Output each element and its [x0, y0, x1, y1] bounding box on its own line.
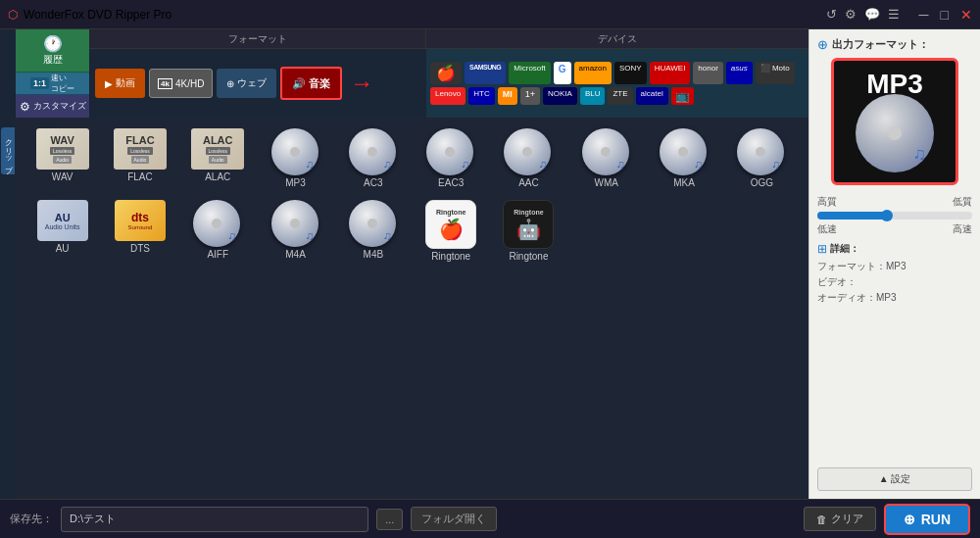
device-alcatel[interactable]: alcatel	[636, 87, 668, 105]
au-icon: AU Audio Units	[37, 200, 88, 241]
format-item-au[interactable]: AU Audio Units AU	[25, 197, 99, 265]
trash-icon: 🗑	[816, 514, 827, 525]
speed-copy-button[interactable]: 1:1 速いコピー	[16, 73, 89, 95]
format-item-m4b[interactable]: ♫ M4B	[336, 197, 410, 265]
format-item-dts[interactable]: dts Surround DTS	[103, 197, 176, 265]
customize-button[interactable]: ⚙ カスタマイズ	[16, 95, 89, 118]
ringtone-android-icon: Ringtone 🤖	[503, 200, 554, 249]
format-item-mka[interactable]: ♫ MKA	[647, 125, 720, 191]
device-samsung[interactable]: SAMSUNG	[465, 62, 506, 84]
format-device-area: フォーマット デバイス ▶ 動画	[89, 29, 808, 118]
format-item-alac[interactable]: ALAC Lossless Audio ALAC	[181, 125, 255, 191]
minimize-button[interactable]: ─	[919, 7, 929, 23]
open-folder-button[interactable]: フォルダ開く	[411, 507, 497, 531]
format-item-ringtone-android[interactable]: Ringtone 🤖 Ringtone	[492, 197, 565, 265]
save-path-input[interactable]	[61, 507, 368, 532]
path-dots-button[interactable]: ...	[376, 509, 403, 530]
video-icon: ▶	[105, 78, 113, 89]
device-huawei[interactable]: HUAWEI	[650, 62, 691, 84]
format-item-m4a[interactable]: ♫ M4A	[259, 197, 332, 265]
format-item-aiff[interactable]: ♫ AIFF	[181, 197, 255, 265]
format-item-mp3[interactable]: ♫ MP3	[259, 125, 332, 191]
device-logos: 🍎 SAMSUNG Microsoft G amazon SONY HUAWEI…	[426, 49, 808, 118]
device-microsoft[interactable]: Microsoft	[509, 62, 550, 84]
format-item-ac3[interactable]: ♫ AC3	[336, 125, 410, 191]
wma-icon: ♫	[582, 128, 631, 177]
tabs-devices-row: ▶ 動画 4k 4K/HD ⊕ ウェブ	[89, 49, 808, 118]
alac-icon: ALAC Lossless Audio	[191, 128, 244, 170]
detail-format: フォーマット：MP3	[817, 260, 972, 273]
run-play-icon: ⊕	[904, 512, 915, 527]
device-apple[interactable]: 🍎	[430, 62, 462, 84]
top-nav: 🕐 履歴 1:1 速いコピー ⚙ カスタマイズ フォーマット	[16, 29, 808, 118]
m4a-icon: ♫	[271, 200, 320, 249]
hd-badge: 4k	[158, 78, 172, 89]
tab-video[interactable]: ▶ 動画	[95, 69, 145, 98]
details-icon: ⊞	[817, 242, 827, 256]
detail-audio: オーディオ：MP3	[817, 291, 972, 305]
gear-icon[interactable]: ⚙	[845, 7, 857, 22]
aiff-icon: ♫	[193, 200, 242, 249]
music-icon: 🔊	[292, 77, 306, 90]
format-item-wav[interactable]: WAV Lossless Audio WAV	[25, 125, 99, 191]
device-asus[interactable]: asus	[726, 62, 753, 84]
device-blu[interactable]: BLU	[580, 87, 606, 105]
device-sony[interactable]: SONY	[614, 62, 647, 84]
device-google[interactable]: G	[554, 62, 571, 84]
dts-icon: dts Surround	[115, 200, 166, 241]
format-item-eac3[interactable]: ♫ EAC3	[415, 125, 488, 191]
refresh-icon[interactable]: ↺	[826, 7, 837, 22]
speed-labels: 低速 高速	[817, 222, 972, 236]
titlebar: ⬡ WonderFox DVD Ripper Pro ↺ ⚙ 💬 ☰ ─ □ ✕	[0, 0, 980, 29]
device-nokia[interactable]: NOKIA	[543, 87, 577, 105]
menu-icon[interactable]: ☰	[888, 7, 900, 22]
device-oneplus[interactable]: 1+	[520, 87, 540, 105]
tab-hd[interactable]: 4k 4K/HD	[149, 69, 213, 98]
device-amazon[interactable]: amazon	[574, 62, 612, 84]
format-item-wma[interactable]: ♫ WMA	[569, 125, 643, 191]
quality-slider[interactable]	[817, 212, 972, 220]
web-icon: ⊕	[226, 78, 234, 89]
quality-labels: 高質 低質	[817, 195, 972, 209]
quality-slider-handle	[881, 210, 893, 221]
ringtone-apple-icon: Ringtone 🍎	[425, 200, 476, 249]
device-header: デバイス	[426, 29, 808, 49]
aac-icon: ♫	[504, 128, 553, 177]
quality-slider-fill	[817, 212, 887, 220]
history-button[interactable]: 🕐 履歴	[16, 29, 89, 73]
sidebar-tab-clips[interactable]: クリップ	[1, 127, 15, 174]
format-grid-row1: WAV Lossless Audio WAV FLAC Lossless Aud…	[25, 125, 799, 191]
device-htc[interactable]: HTC	[468, 87, 494, 105]
chat-icon[interactable]: 💬	[864, 7, 880, 22]
flac-icon: FLAC Lossless Audio	[114, 128, 167, 170]
mka-icon: ♫	[660, 128, 709, 177]
save-label: 保存先：	[10, 512, 53, 526]
device-motorola[interactable]: ⬛ Moto	[756, 62, 795, 84]
section-headers: フォーマット デバイス	[89, 29, 808, 49]
clear-button[interactable]: 🗑 クリア	[804, 507, 876, 531]
detail-video: ビデオ：	[817, 275, 972, 289]
maximize-button[interactable]: □	[941, 7, 949, 23]
tab-web[interactable]: ⊕ ウェブ	[217, 69, 276, 98]
device-mi[interactable]: MI	[498, 87, 517, 105]
format-tabs: ▶ 動画 4k 4K/HD ⊕ ウェブ	[89, 49, 426, 118]
left-sidebar: クリップ	[0, 29, 16, 499]
settings-button[interactable]: ▲ 設定	[817, 467, 972, 491]
close-button[interactable]: ✕	[960, 7, 972, 23]
format-item-flac[interactable]: FLAC Lossless Audio FLAC	[103, 125, 176, 191]
format-item-ogg[interactable]: ♫ OGG	[725, 125, 799, 191]
m4b-icon: ♫	[349, 200, 398, 249]
device-tv[interactable]: 📺	[671, 87, 694, 105]
device-zte[interactable]: ZTE	[608, 87, 632, 105]
format-grid-area: WAV Lossless Audio WAV FLAC Lossless Aud…	[16, 118, 808, 499]
run-button[interactable]: ⊕ RUN	[884, 504, 970, 535]
right-panel-header: ⊕ 出力フォーマット：	[817, 37, 972, 52]
bottom-bar: 保存先： ... フォルダ開く 🗑 クリア ⊕ RUN	[0, 499, 980, 538]
mp3-cd-visual: ♫	[856, 94, 934, 172]
tab-music[interactable]: 🔊 音楽	[280, 67, 342, 100]
format-item-ringtone-apple[interactable]: Ringtone 🍎 Ringtone	[415, 197, 488, 265]
format-item-aac[interactable]: ♫ AAC	[492, 125, 565, 191]
device-lenovo[interactable]: Lenovo	[430, 87, 466, 105]
details-section: ⊞ 詳細： フォーマット：MP3 ビデオ： オーディオ：MP3	[817, 242, 972, 305]
device-honor[interactable]: honor	[693, 62, 722, 84]
